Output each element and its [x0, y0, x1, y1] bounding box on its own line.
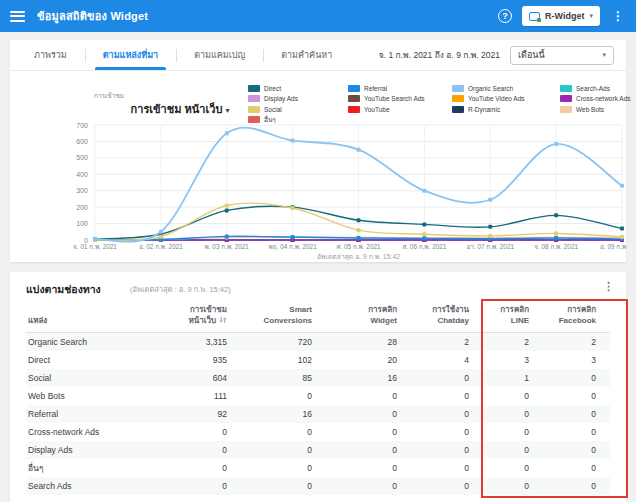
source-cell: Display Ads: [26, 441, 156, 459]
source-cell: Cross-network Ads: [26, 423, 156, 441]
legend-item[interactable]: Display Ads: [248, 95, 298, 103]
widget-icon: [529, 12, 540, 21]
value-cell: 0: [411, 387, 483, 405]
legend-swatch: [452, 95, 464, 102]
svg-text:อา. 07 ก.พ. 2021: อา. 07 ก.พ. 2021: [467, 243, 515, 250]
legend-swatch: [560, 106, 572, 113]
overflow-menu-icon[interactable]: ⋮: [610, 10, 626, 22]
value-cell: 3: [543, 351, 610, 369]
sort-icon[interactable]: [219, 316, 227, 324]
value-cell: 16: [241, 405, 326, 423]
legend-label: Display Ads: [264, 95, 298, 102]
value-cell: 0: [483, 477, 543, 495]
tab-3[interactable]: ตามคำค้นหา: [263, 40, 350, 70]
column-header-4: การใช้งานChatday: [411, 300, 483, 333]
source-cell: Search Ads: [26, 477, 156, 495]
value-cell: 2: [411, 333, 483, 351]
value-cell: 0: [483, 387, 543, 405]
table-row: Direct93510220433: [26, 351, 610, 369]
legend-item[interactable]: Direct: [248, 84, 298, 92]
value-cell: 0: [543, 405, 610, 423]
legend-item[interactable]: YouTube Video Ads: [452, 95, 525, 103]
chevron-down-icon: ▾: [602, 51, 606, 59]
column-header-0: แหล่ง: [26, 300, 156, 333]
column-header-5: การคลิกLINE: [483, 300, 543, 333]
legend-item[interactable]: Referral: [348, 84, 425, 92]
value-cell: 0: [156, 459, 241, 477]
legend-swatch: [560, 85, 572, 92]
legend-swatch: [452, 85, 464, 92]
value-cell: 0: [241, 477, 326, 495]
legend-label: YouTube: [364, 106, 390, 113]
legend-item[interactable]: Organic Search: [452, 84, 525, 92]
legend-item[interactable]: YouTube: [348, 105, 425, 113]
value-cell: 0: [326, 387, 411, 405]
app-switcher-button[interactable]: R-Widget ▾: [522, 6, 600, 26]
legend-item[interactable]: Search-Ads: [560, 84, 631, 92]
legend-label: Web Bots: [576, 106, 604, 113]
tab-2[interactable]: ตามแคมเปญ: [176, 40, 263, 70]
table-row: อื่นๆ000000: [26, 459, 610, 477]
svg-text:อัพเดตล่าสุด อ. 9 ก.พ. 15:42: อัพเดตล่าสุด อ. 9 ก.พ. 15:42: [317, 253, 400, 261]
svg-text:100: 100: [76, 220, 88, 227]
value-cell: 111: [156, 387, 241, 405]
breakdown-table: แหล่งการเข้าชมหน้าเว็บSmartConversionsกา…: [26, 300, 610, 495]
column-header-6: การคลิกFacebook: [543, 300, 610, 333]
table-updated-label: (อัพเดตล่าสุด : อ. 9 ก.พ. 15:42): [130, 283, 231, 295]
svg-text:500: 500: [76, 154, 88, 161]
legend-column: ReferralYouTube Search AdsYouTube: [348, 84, 425, 113]
value-cell: 4: [411, 351, 483, 369]
svg-text:พฤ. 04 ก.พ. 2021: พฤ. 04 ก.พ. 2021: [269, 243, 318, 251]
value-cell: 0: [483, 405, 543, 423]
hamburger-menu-icon[interactable]: [10, 11, 25, 22]
legend-item[interactable]: Social: [248, 105, 298, 113]
period-select-value: เดือนนี้: [518, 48, 545, 62]
tab-0[interactable]: ภาพรวม: [16, 40, 85, 70]
svg-text:400: 400: [76, 171, 88, 178]
value-cell: 0: [326, 405, 411, 423]
table-row: Web Bots11100000: [26, 387, 610, 405]
source-cell: Social: [26, 369, 156, 387]
legend-label: Organic Search: [468, 85, 513, 92]
legend-item[interactable]: R-Dynamic: [452, 105, 525, 113]
legend-item[interactable]: YouTube Search Ads: [348, 95, 425, 103]
help-icon[interactable]: ?: [498, 9, 512, 23]
legend-column: DirectDisplay AdsSocialอื่นๆ: [248, 84, 298, 124]
value-cell: 0: [543, 477, 610, 495]
legend-item[interactable]: Cross-network Ads: [560, 95, 631, 103]
table-section-title: แบ่งตามช่องทาง: [26, 281, 101, 298]
column-header-2: SmartConversions: [241, 300, 326, 333]
column-header-1[interactable]: การเข้าชมหน้าเว็บ: [156, 300, 241, 333]
legend-label: Social: [264, 106, 282, 113]
value-cell: 0: [543, 459, 610, 477]
legend-label: Direct: [264, 85, 281, 92]
value-cell: 0: [326, 459, 411, 477]
value-cell: 0: [483, 423, 543, 441]
legend-label: Referral: [364, 85, 387, 92]
legend-column: Organic SearchYouTube Video AdsR-Dynamic: [452, 84, 525, 113]
table-overflow-menu-icon[interactable]: ⋮: [599, 278, 618, 295]
legend-swatch: [348, 85, 360, 92]
source-cell: Web Bots: [26, 387, 156, 405]
svg-text:จ. 01 ก.พ. 2021: จ. 01 ก.พ. 2021: [73, 243, 117, 250]
table-row: Social6048516010: [26, 369, 610, 387]
value-cell: 0: [483, 441, 543, 459]
chevron-down-icon: ▾: [589, 12, 593, 20]
legend-item[interactable]: Web Bots: [560, 105, 631, 113]
legend-item[interactable]: อื่นๆ: [248, 116, 298, 124]
app-switcher-label: R-Widget: [545, 11, 584, 21]
value-cell: 0: [156, 477, 241, 495]
value-cell: 0: [483, 459, 543, 477]
svg-text:ส. 06 ก.พ. 2021: ส. 06 ก.พ. 2021: [402, 243, 446, 250]
tab-1[interactable]: ตามแหล่งที่มา: [85, 40, 176, 70]
value-cell: 935: [156, 351, 241, 369]
svg-text:200: 200: [76, 204, 88, 211]
svg-text:600: 600: [76, 138, 88, 145]
table-row: Organic Search3,31572028222: [26, 333, 610, 351]
value-cell: 102: [241, 351, 326, 369]
value-cell: 0: [326, 477, 411, 495]
value-cell: 0: [411, 405, 483, 423]
app-bar: ข้อมูลสถิติของ Widget ? R-Widget ▾ ⋮: [0, 0, 636, 32]
period-select[interactable]: เดือนนี้ ▾: [510, 46, 614, 65]
table-row: Referral92160000: [26, 405, 610, 423]
